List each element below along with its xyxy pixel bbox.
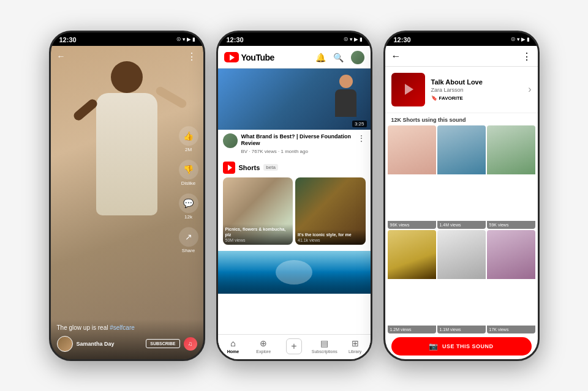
phone1-status-icons: ☉▾▶▮	[176, 37, 195, 42]
sound-detail-header: ← ⋮	[385, 46, 538, 67]
favorite-label: FAVORITE	[439, 95, 463, 101]
clip-thumb-5	[437, 230, 486, 279]
clip-info-3: 59K views	[487, 221, 535, 229]
youtube-logo-icon	[224, 52, 239, 62]
clip-thumb-2	[437, 125, 486, 174]
share-icon: ↗	[179, 227, 198, 247]
dislike-label: Dislike	[181, 181, 196, 186]
clip-views-3: 59K views	[489, 223, 509, 227]
sound-clip-3[interactable]: 59K views	[487, 125, 535, 229]
short-card-1[interactable]: Picnics, flowers & kombucha, plz 50M vie…	[223, 177, 293, 245]
sound-favorite[interactable]: 🔖 FAVORITE	[431, 95, 522, 101]
nav-home[interactable]: ⌂ Home	[218, 338, 249, 354]
youtube-header: YouTube 🔔 🔍	[218, 46, 371, 69]
sound-info-card: Talk About Love Zara Larsson 🔖 FAVORITE …	[385, 67, 538, 113]
nav-subscriptions[interactable]: ▤ Subscriptions	[309, 338, 340, 354]
search-icon[interactable]: 🔍	[333, 53, 344, 62]
like-action[interactable]: 👍 2M	[179, 126, 198, 152]
dislike-action[interactable]: 👎 Dislike	[179, 160, 198, 186]
sound-chevron-icon: ›	[528, 84, 531, 95]
user-name: Samantha Day	[77, 341, 143, 347]
shorts-title: Shorts	[239, 164, 260, 171]
phone1-video: ← ⋮ 👍 2M 👎 Dislike	[51, 46, 203, 359]
comment-count: 12k	[184, 214, 192, 220]
youtube-logo-text: YouTube	[241, 53, 274, 62]
shorts-grid: Picnics, flowers & kombucha, plz 50M vie…	[223, 177, 366, 245]
clip-info-2: 1.4M views	[437, 221, 486, 229]
nav-explore[interactable]: ⊕ Explore	[248, 338, 279, 354]
phone1-caption: The glow up is real #selfcare	[57, 324, 197, 331]
clip-thumb-6	[487, 230, 535, 279]
phone1-bottom-info: The glow up is real #selfcare Samantha D…	[51, 319, 203, 359]
comment-action[interactable]: 💬 12k	[179, 193, 198, 220]
phone-3: 12:30 ☉▾▶▮ ← ⋮ Talk About Love Zara Lars…	[383, 31, 540, 361]
phone1-overlay: ← ⋮ 👍 2M 👎 Dislike	[51, 46, 203, 359]
sound-clip-6[interactable]: 17K views	[487, 230, 535, 333]
play-icon	[405, 84, 413, 95]
short-views-2: 41.1k views	[298, 238, 363, 242]
video-thumb-bg	[218, 69, 371, 130]
shorts-logo-icon	[223, 162, 235, 174]
video-thumbnail: 3:25	[218, 69, 371, 130]
music-icon[interactable]: ♫	[184, 337, 197, 351]
sound-clip-1[interactable]: 96K views	[388, 125, 436, 229]
back-button[interactable]: ←	[391, 51, 401, 62]
phone-2: 12:30 ☉▾▶▮ YouTube 🔔 🔍	[216, 31, 372, 361]
phone1-user-row: Samantha Day SUBSCRIBE ♫	[57, 336, 197, 352]
sound-clip-4[interactable]: 1.2M views	[388, 230, 436, 333]
subscribe-button[interactable]: SUBSCRIBE	[146, 339, 179, 348]
phone1-top-bar: ← ⋮	[51, 46, 203, 67]
youtube-header-icons: 🔔 🔍	[315, 51, 364, 64]
phone1-actions: 👍 2M 👎 Dislike 💬 12k ↗	[179, 126, 198, 253]
scene: 12:30 ☉▾▶▮ ←	[0, 0, 588, 391]
clip-thumb-4	[388, 230, 436, 279]
like-icon: 👍	[179, 126, 198, 146]
explore-label: Explore	[256, 349, 271, 354]
video-title: What Brand is Best? | Diverse Foundation…	[241, 133, 353, 147]
clip-views-5: 1.1M views	[440, 327, 461, 332]
sound-artist: Zara Larsson	[431, 87, 522, 93]
clip-thumb-3	[487, 125, 535, 174]
sound-clip-5[interactable]: 1.1M views	[437, 230, 486, 333]
sound-title: Talk About Love	[431, 78, 522, 86]
video-views: 767K views	[252, 149, 277, 154]
home-icon: ⌂	[230, 338, 235, 348]
sounds-grid: 96K views 1.4M views 59K views	[385, 125, 538, 333]
user-avatar-header[interactable]	[351, 51, 364, 64]
phone2-time: 12:30	[227, 36, 244, 43]
short-card-2[interactable]: It's the iconic style, for me 41.1k view…	[295, 177, 366, 245]
add-icon: +	[286, 338, 302, 354]
subscriptions-label: Subscriptions	[312, 349, 337, 354]
video-age: 1 month ago	[281, 149, 307, 154]
notification-icon[interactable]: 🔔	[315, 53, 326, 62]
sound-clip-2[interactable]: 1.4M views	[437, 125, 486, 229]
clip-views-6: 17K views	[489, 327, 509, 332]
use-sound-label: USE THIS SOUND	[442, 343, 494, 349]
clip-info-6: 17K views	[487, 326, 535, 333]
back-button[interactable]: ←	[57, 51, 66, 61]
phone1-status-bar: 12:30 ☉▾▶▮	[51, 32, 203, 46]
more-options-button[interactable]: ⋮	[187, 51, 197, 62]
user-avatar	[57, 336, 73, 352]
nav-add[interactable]: +	[279, 338, 309, 354]
hashtag[interactable]: #selfcare	[110, 324, 135, 331]
share-action[interactable]: ↗ Share	[179, 227, 198, 253]
short-overlay-2: It's the iconic style, for me 41.1k view…	[295, 229, 366, 245]
shorts-section: Shorts beta Picnics, flowers & kombucha,…	[218, 158, 371, 248]
video-more-icon[interactable]: ⋮	[357, 133, 366, 143]
video-meta: What Brand is Best? | Diverse Foundation…	[241, 133, 353, 154]
use-sound-button[interactable]: 📷 USE THIS SOUND	[391, 337, 532, 356]
camera-icon: 📷	[429, 342, 439, 351]
youtube-logo: YouTube	[224, 52, 274, 62]
phone2-status-bar: 12:30 ☉▾▶▮	[218, 32, 371, 46]
short-views-1: 50M views	[225, 238, 291, 242]
video-card[interactable]: 3:25 What Brand is Best? | Diverse Found…	[218, 69, 371, 158]
clip-views-2: 1.4M views	[440, 223, 461, 227]
phone-1: 12:30 ☉▾▶▮ ←	[49, 31, 205, 361]
short-overlay-1: Picnics, flowers & kombucha, plz 50M vie…	[223, 224, 293, 245]
clip-info-5: 1.1M views	[437, 326, 486, 333]
shorts-header: Shorts beta	[223, 162, 366, 174]
library-label: Library	[349, 349, 361, 354]
nav-library[interactable]: ⊞ Library	[340, 338, 371, 354]
more-options-button[interactable]: ⋮	[522, 51, 532, 62]
